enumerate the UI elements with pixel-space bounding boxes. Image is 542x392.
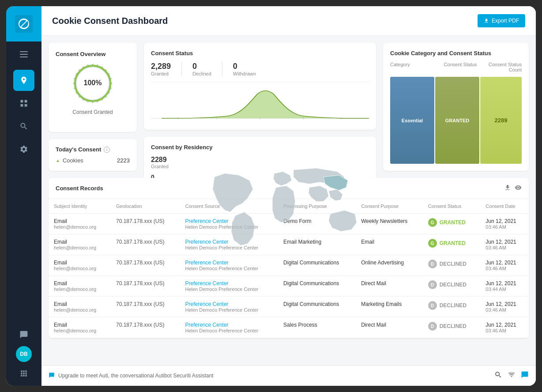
cell-source: Preference Center Helen Democo Preferenc… [180,297,279,317]
export-pdf-button[interactable]: Export PDF [478,14,525,27]
table-row: Email helen@democo.org 70.187.178.xxx (U… [49,297,529,317]
cell-purpose: Online Advertising [356,255,423,276]
cell-geo: 70.187.178.xxx (US) [111,317,180,338]
bot-message: Upgrade to meet Auti, the conversational… [49,372,214,380]
bottom-bar: Upgrade to meet Auti, the conversational… [41,365,536,386]
declined-count: 0 Declined [192,62,211,76]
svg-rect-2 [20,54,28,55]
cc-count-label: 2289 [495,117,508,124]
view-icon[interactable] [515,184,522,192]
bell-curve-chart [151,87,369,123]
cell-processing: Digital Communications [278,297,356,317]
sidebar-item-settings[interactable] [13,139,34,160]
cc-col1: Category [390,62,434,72]
cell-date: Jun 12, 2021 03:44 AM [480,276,529,297]
cc-status-label: GRANTED [445,118,469,123]
consent-overview-title: Consent Overview [56,51,105,57]
cell-subject: Email helen@democo.org [49,234,111,255]
svg-line-7 [97,64,98,66]
todays-consent-row: ▲ Cookies 2223 [56,157,130,164]
col-geo: Geolocation [111,199,180,214]
cell-processing: Sales Process [278,317,356,338]
cc-col3: Consent Status Count [486,62,522,72]
user-avatar[interactable]: DB [16,346,32,362]
table-row: Email helen@democo.org 70.187.178.xxx (U… [49,276,529,297]
status-numbers: 2,289 Granted 0 Declined 0 Wit [151,62,369,82]
col-date: Consent Date [480,199,529,214]
cell-purpose: Direct Mail [356,276,423,297]
cookies-count: 2223 [117,157,130,164]
todays-consent-title: Today's Consent i [56,146,130,153]
svg-line-11 [110,79,112,79]
cell-geo: 70.187.178.xxx (US) [111,297,180,317]
res-granted: 2289 Granted [151,156,186,169]
header: Cookie Consent Dashboard Export PDF [41,6,536,36]
col-subject: Subject Identity [49,199,111,214]
menu-button[interactable] [16,48,31,63]
cell-date: Jun 12, 2021 03:46 AM [480,214,529,234]
table-row: Email helen@democo.org 70.187.178.xxx (U… [49,317,529,338]
donut-chart: 100% Consent Granted [71,61,115,115]
download-icon[interactable] [504,184,511,192]
svg-line-25 [74,79,75,79]
filter-bottom-icon[interactable] [508,371,516,381]
col-status: Consent Status [423,199,481,214]
sidebar-item-search[interactable] [13,116,34,137]
records-title: Consent Records [56,185,103,192]
svg-line-19 [88,101,88,102]
cell-source: Preference Center Helen Democo Preferenc… [180,255,279,276]
cell-subject: Email helen@democo.org [49,214,111,234]
svg-line-13 [110,88,112,88]
cell-geo: 70.187.178.xxx (US) [111,255,180,276]
cell-status: G GRANTED [423,234,481,255]
svg-line-17 [97,101,98,102]
withdrawn-count: 0 Withdrawn [233,62,256,76]
apps-icon[interactable] [16,366,32,381]
cell-date: Jun 12, 2021 03:46 AM [480,255,529,276]
donut-percentage: 100% [84,79,102,87]
cell-date: Jun 12, 2021 03:46 AM [480,234,529,255]
search-bottom-icon[interactable] [494,371,502,381]
svg-rect-1 [20,51,28,52]
residency-title: Consent by Residency [151,144,369,151]
cell-subject: Email helen@democo.org [49,317,111,338]
app-logo[interactable] [6,6,41,41]
consent-status-widget: Consent Status 2,289 Granted 0 Declined [144,43,376,130]
svg-line-23 [74,88,75,88]
bottom-actions [494,371,529,381]
todays-consent-widget: Today's Consent i ▲ Cookies 2223 [49,139,137,171]
cell-date: Jun 12, 2021 03:46 AM [480,317,529,338]
stacked-bar-chart: Essential GRANTED 2289 [390,77,522,164]
page-title: Cookie Consent Dashboard [52,16,168,26]
cell-status: D DECLINED [423,255,481,276]
cell-source: Preference Center Helen Democo Preferenc… [180,317,279,338]
info-icon[interactable]: i [104,147,110,153]
svg-rect-3 [20,57,28,57]
up-arrow-icon: ▲ [56,158,60,163]
cell-status: D DECLINED [423,317,481,338]
bot-text: Upgrade to meet Auti, the conversational… [58,373,214,379]
cc-col2: Consent Status [438,62,482,72]
cell-subject: Email helen@democo.org [49,255,111,276]
world-map [193,156,369,254]
cell-purpose: Marketing Emails [356,297,423,317]
chat-icon[interactable] [16,327,32,343]
chat-bottom-icon[interactable] [521,371,529,381]
cell-geo: 70.187.178.xxx (US) [111,214,180,234]
donut-label: Consent Granted [72,109,113,115]
cookies-label: ▲ Cookies [56,157,83,164]
cell-geo: 70.187.178.xxx (US) [111,276,180,297]
sidebar-item-data[interactable] [13,93,34,114]
main-content: Cookie Consent Dashboard Export PDF Cons… [41,6,536,386]
granted-count: 2,289 Granted [151,62,171,76]
sidebar-nav [13,65,34,322]
bot-icon [49,372,55,380]
cookie-category-title: Cookie Category and Consent Status [390,50,522,57]
cell-geo: 70.187.178.xxx (US) [111,234,180,255]
table-row: Email helen@democo.org 70.187.178.xxx (U… [49,255,529,276]
cell-source: Preference Center Helen Democo Preferenc… [180,276,279,297]
cell-status: D DECLINED [423,297,481,317]
cell-status: D DECLINED [423,276,481,297]
svg-line-29 [88,64,88,66]
sidebar-item-consent[interactable] [13,70,34,91]
